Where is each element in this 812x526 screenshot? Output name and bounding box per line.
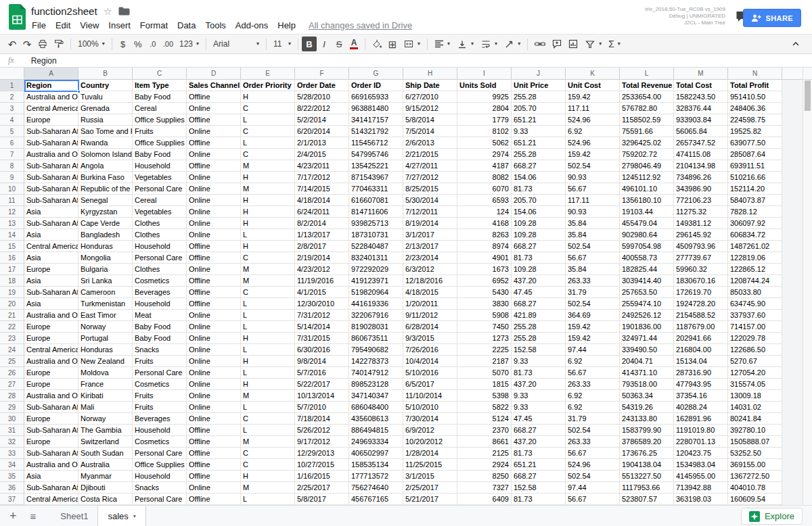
cell-H7[interactable]: 2/21/2015: [403, 149, 457, 160]
cell-G4[interactable]: 341417157: [349, 114, 403, 126]
cell-A26[interactable]: Europe: [24, 367, 78, 379]
column-header-M[interactable]: M: [674, 68, 728, 80]
insert-comment-button[interactable]: [549, 37, 565, 51]
cell-M6[interactable]: 2657347.52: [674, 137, 728, 149]
cell-E33[interactable]: C: [241, 448, 295, 459]
row-header-15[interactable]: 15: [0, 241, 24, 252]
cell-N29[interactable]: 14031.02: [728, 402, 782, 413]
cell-N36[interactable]: 404010.78: [728, 482, 782, 494]
row-header-6[interactable]: 6: [0, 137, 24, 149]
cell-B15[interactable]: Honduras: [78, 241, 133, 252]
cell-E29[interactable]: L: [241, 402, 295, 413]
cell-E32[interactable]: M: [241, 436, 295, 448]
cell-G7[interactable]: 547995746: [349, 149, 403, 160]
cell-B14[interactable]: Bangladesh: [78, 229, 133, 241]
cell-G34[interactable]: 158535134: [349, 459, 403, 471]
cell-L19[interactable]: 257653.50: [620, 287, 674, 298]
cell-C7[interactable]: Baby Food: [133, 149, 187, 160]
cell-J26[interactable]: 81.73: [512, 367, 566, 379]
cell-A4[interactable]: Europe: [24, 114, 78, 126]
cell-C31[interactable]: Household: [133, 425, 187, 436]
row-header-7[interactable]: 7: [0, 149, 24, 160]
cell-I13[interactable]: 4168: [457, 218, 512, 229]
cell-M10[interactable]: 343986.90: [674, 183, 728, 195]
cell-B33[interactable]: South Sudan: [78, 448, 133, 459]
vertical-scrollbar-thumb[interactable]: [805, 80, 811, 111]
cell-J4[interactable]: 651.21: [512, 114, 566, 126]
cell-K15[interactable]: 502.54: [566, 241, 620, 252]
cell-G27[interactable]: 898523128: [349, 379, 403, 390]
cell-D8[interactable]: Offline: [187, 160, 241, 172]
cell-B4[interactable]: Russia: [78, 114, 133, 126]
add-sheet-button[interactable]: +: [0, 509, 24, 523]
cell-E31[interactable]: L: [241, 425, 295, 436]
cell-M37[interactable]: 363198.03: [674, 494, 728, 505]
cell-G36[interactable]: 756274640: [349, 482, 403, 494]
cell-I30[interactable]: 5124: [457, 413, 512, 425]
cell-H29[interactable]: 5/10/2010: [403, 402, 457, 413]
cell-N31[interactable]: 392780.10: [728, 425, 782, 436]
cell-J5[interactable]: 9.33: [512, 126, 566, 137]
cell-A35[interactable]: Asia: [24, 471, 78, 482]
cell-F21[interactable]: 7/31/2012: [295, 310, 349, 321]
cell-N26[interactable]: 127054.20: [728, 367, 782, 379]
cell-C17[interactable]: Clothes: [133, 264, 187, 275]
cell-G24[interactable]: 795490682: [349, 344, 403, 356]
cell-M4[interactable]: 933903.84: [674, 114, 728, 126]
cell-F1[interactable]: Order Date: [295, 80, 349, 91]
cell-E10[interactable]: M: [241, 183, 295, 195]
cell-I15[interactable]: 8974: [457, 241, 512, 252]
cell-G13[interactable]: 939825713: [349, 218, 403, 229]
cell-D1[interactable]: Sales Channel: [187, 80, 241, 91]
cell-E23[interactable]: H: [241, 333, 295, 344]
cell-F11[interactable]: 4/18/2014: [295, 195, 349, 206]
cell-H16[interactable]: 2/23/2014: [403, 252, 457, 264]
row-header-24[interactable]: 24: [0, 344, 24, 356]
cell-I29[interactable]: 5822: [457, 402, 512, 413]
cell-J16[interactable]: 81.73: [512, 252, 566, 264]
cell-J1[interactable]: Unit Price: [512, 80, 566, 91]
cell-J18[interactable]: 437.20: [512, 275, 566, 287]
cell-M28[interactable]: 37354.16: [674, 390, 728, 402]
row-header-25[interactable]: 25: [0, 356, 24, 367]
cell-B28[interactable]: Kiribati: [78, 390, 133, 402]
cell-C13[interactable]: Clothes: [133, 218, 187, 229]
cell-D14[interactable]: Online: [187, 229, 241, 241]
cell-N24[interactable]: 122686.50: [728, 344, 782, 356]
cell-C22[interactable]: Baby Food: [133, 321, 187, 333]
cell-G5[interactable]: 514321792: [349, 126, 403, 137]
cell-B6[interactable]: Rwanda: [78, 137, 133, 149]
cell-A2[interactable]: Australia and Oc: [24, 91, 78, 103]
cell-H18[interactable]: 12/18/2016: [403, 275, 457, 287]
borders-button[interactable]: ⊞: [385, 37, 400, 51]
cell-H22[interactable]: 6/28/2014: [403, 321, 457, 333]
cell-L21[interactable]: 2492526.12: [620, 310, 674, 321]
row-header-16[interactable]: 16: [0, 252, 24, 264]
cell-H19[interactable]: 4/18/2015: [403, 287, 457, 298]
collapse-toolbar-button[interactable]: [788, 37, 803, 51]
cell-J8[interactable]: 668.27: [512, 160, 566, 172]
cell-A23[interactable]: Europe: [24, 333, 78, 344]
sheet-tab-sheet1[interactable]: Sheet1: [51, 506, 97, 526]
cell-B10[interactable]: Republic of the C: [78, 183, 133, 195]
cell-E11[interactable]: H: [241, 195, 295, 206]
cell-H11[interactable]: 5/30/2014: [403, 195, 457, 206]
cell-A14[interactable]: Asia: [24, 229, 78, 241]
cell-L3[interactable]: 576782.80: [620, 103, 674, 114]
cell-J14[interactable]: 109.28: [512, 229, 566, 241]
cell-D19[interactable]: Offline: [187, 287, 241, 298]
cell-N3[interactable]: 248406.36: [728, 103, 782, 114]
cell-L31[interactable]: 1583799.90: [620, 425, 674, 436]
row-header-17[interactable]: 17: [0, 264, 24, 275]
cell-F16[interactable]: 2/19/2014: [295, 252, 349, 264]
cell-F25[interactable]: 9/8/2014: [295, 356, 349, 367]
cell-M2[interactable]: 1582243.50: [674, 91, 728, 103]
cell-E27[interactable]: H: [241, 379, 295, 390]
cell-N25[interactable]: 5270.67: [728, 356, 782, 367]
menu-file[interactable]: File: [27, 18, 51, 32]
cell-L16[interactable]: 400558.73: [620, 252, 674, 264]
row-header-22[interactable]: 22: [0, 321, 24, 333]
cell-D27[interactable]: Online: [187, 379, 241, 390]
row-header-4[interactable]: 4: [0, 114, 24, 126]
cell-N9[interactable]: 510216.66: [728, 172, 782, 183]
